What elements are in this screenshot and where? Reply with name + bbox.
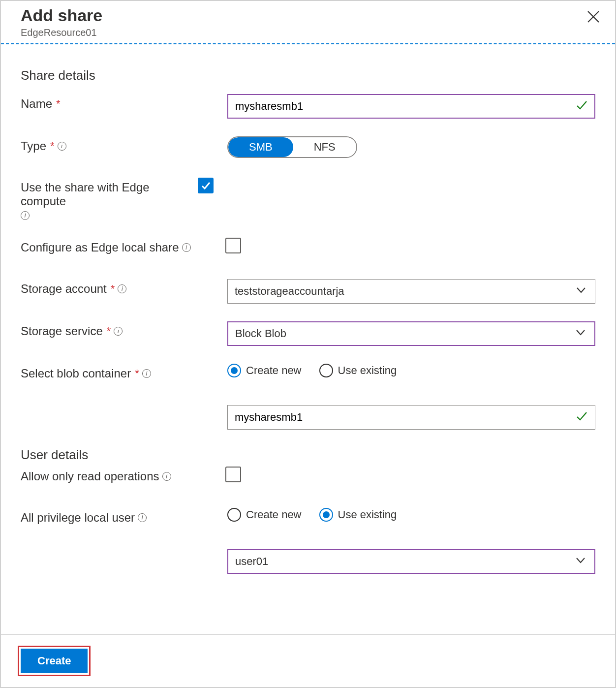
info-icon[interactable]: i [21, 211, 30, 220]
section-share-details: Share details [21, 68, 595, 83]
type-smb-option[interactable]: SMB [228, 137, 293, 157]
close-button[interactable] [586, 10, 600, 26]
info-icon[interactable]: i [142, 369, 151, 378]
panel-subtitle: EdgeResource01 [21, 27, 595, 38]
info-icon[interactable]: i [58, 142, 66, 151]
info-icon[interactable]: i [118, 284, 126, 293]
blob-create-new-radio[interactable]: Create new [227, 364, 302, 377]
type-toggle[interactable]: SMB NFS [227, 136, 357, 158]
info-icon[interactable]: i [182, 243, 191, 252]
edge-local-checkbox[interactable] [225, 238, 241, 253]
storage-service-label: Storage service* i [21, 321, 227, 338]
close-icon [586, 10, 600, 24]
read-only-label: Allow only read operations i [21, 467, 227, 483]
info-icon[interactable]: i [138, 513, 147, 522]
type-nfs-option[interactable]: NFS [293, 137, 356, 157]
local-user-label: All privilege local user i [21, 508, 227, 525]
edge-compute-checkbox[interactable] [198, 178, 214, 193]
chevron-down-icon [575, 284, 587, 299]
edge-compute-label: Use the share with Edge compute i [21, 178, 198, 220]
panel-footer: Create [1, 634, 615, 687]
blob-container-input[interactable] [227, 405, 595, 430]
user-create-new-radio[interactable]: Create new [227, 508, 302, 522]
edge-local-label: Configure as Edge local share i [21, 238, 227, 254]
blob-container-label: Select blob container* i [21, 364, 227, 380]
local-user-dropdown[interactable]: user01 [227, 549, 595, 574]
name-input[interactable] [227, 94, 595, 119]
chevron-down-icon [575, 554, 586, 569]
info-icon[interactable]: i [162, 472, 171, 481]
panel-header: Add share EdgeResource01 [1, 1, 615, 43]
create-button[interactable]: Create [21, 649, 88, 673]
checkmark-icon [575, 409, 588, 425]
name-label: Name* [21, 94, 227, 111]
storage-account-dropdown[interactable]: teststorageaccountarja [227, 279, 595, 304]
form-scroll-area[interactable]: Share details Name* Type* i [1, 44, 615, 634]
required-asterisk: * [56, 97, 61, 110]
storage-service-dropdown[interactable]: Block Blob [227, 321, 595, 346]
chevron-down-icon [575, 326, 586, 341]
user-use-existing-radio[interactable]: Use existing [319, 508, 397, 522]
section-user-details: User details [21, 447, 595, 463]
panel-title: Add share [21, 6, 595, 25]
info-icon[interactable]: i [114, 327, 123, 336]
storage-account-label: Storage account* i [21, 279, 227, 296]
read-only-checkbox[interactable] [225, 467, 241, 482]
checkmark-icon [575, 98, 588, 114]
checkmark-icon [200, 180, 211, 191]
type-label: Type* i [21, 136, 227, 153]
blob-use-existing-radio[interactable]: Use existing [319, 364, 397, 377]
